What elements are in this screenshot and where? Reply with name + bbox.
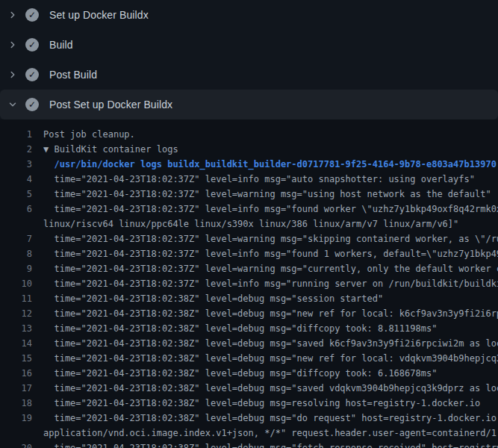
line-number[interactable] <box>0 217 32 231</box>
line-number[interactable]: 13 <box>0 321 32 336</box>
line-text: time="2021-04-23T18:02:37Z" level=warnin… <box>43 261 498 276</box>
log-line: 1 Post job cleanup. <box>0 127 498 142</box>
line-text: /usr/bin/docker logs buildx_buildkit_bui… <box>43 157 498 172</box>
line-number[interactable]: 14 <box>0 336 32 351</box>
line-number[interactable]: 6 <box>0 202 32 217</box>
step-row-4[interactable]: ✓ Post Set up Docker Buildx <box>0 90 498 119</box>
step-label: Build <box>49 39 73 51</box>
check-circle-icon: ✓ <box>25 68 39 81</box>
step-row-3[interactable]: ✓ Post Build <box>0 60 498 90</box>
log-line: 20 time="2021-04-23T18:02:38Z" level=deb… <box>0 441 498 448</box>
log-line: 9 time="2021-04-23T18:02:37Z" level=warn… <box>0 261 498 276</box>
log-line: 8 time="2021-04-23T18:02:37Z" level=info… <box>0 246 498 261</box>
line-number[interactable]: 20 <box>0 441 32 448</box>
line-text: time="2021-04-23T18:02:37Z" level=info m… <box>43 202 498 217</box>
line-text: time="2021-04-23T18:02:37Z" level=info m… <box>43 172 498 187</box>
check-circle-icon: ✓ <box>25 8 39 22</box>
line-text: time="2021-04-23T18:02:38Z" level=debug … <box>43 351 498 366</box>
check-circle-icon: ✓ <box>25 38 39 52</box>
log-line: application/vnd.oci.image.index.v1+json,… <box>0 426 498 441</box>
line-text: time="2021-04-23T18:02:37Z" level=info m… <box>43 276 498 291</box>
chevron-right-icon[interactable] <box>7 40 18 50</box>
line-text: time="2021-04-23T18:02:37Z" level=info m… <box>43 246 498 261</box>
line-text: time="2021-04-23T18:02:37Z" level=warnin… <box>43 231 498 246</box>
log-line: 13 time="2021-04-23T18:02:38Z" level=deb… <box>0 321 498 336</box>
log-line: 17 time="2021-04-23T18:02:38Z" level=deb… <box>0 381 498 396</box>
workflow-log-viewer: ✓ Set up Docker Buildx ✓ Build ✓ Post Bu… <box>0 0 498 448</box>
log-line: 3 /usr/bin/docker logs buildx_buildkit_b… <box>0 157 498 172</box>
line-number[interactable]: 18 <box>0 396 32 411</box>
line-text: time="2021-04-23T18:02:38Z" level=debug … <box>43 306 498 321</box>
step-row-2[interactable]: ✓ Build <box>0 30 498 60</box>
step-label: Set up Docker Buildx <box>49 9 149 21</box>
line-text: time="2021-04-23T18:02:38Z" level=debug … <box>43 321 498 336</box>
log-line: linux/riscv64 linux/ppc64le linux/s390x … <box>0 217 498 231</box>
chevron-right-icon[interactable] <box>7 69 18 80</box>
log-line: 4 time="2021-04-23T18:02:37Z" level=info… <box>0 172 498 187</box>
chevron-right-icon[interactable] <box>7 10 18 20</box>
log-line: 6 time="2021-04-23T18:02:37Z" level=info… <box>0 202 498 217</box>
line-text: application/vnd.oci.image.index.v1+json,… <box>43 426 498 441</box>
line-number[interactable]: 16 <box>0 366 32 381</box>
log-panel: 1 Post job cleanup. 2 ▼ BuildKit contain… <box>0 119 498 448</box>
line-number[interactable]: 4 <box>0 172 32 187</box>
line-text: time="2021-04-23T18:02:38Z" level=debug … <box>43 291 498 306</box>
line-number[interactable]: 3 <box>0 157 32 172</box>
step-label: Post Set up Docker Buildx <box>49 99 172 111</box>
chevron-down-icon[interactable] <box>7 99 18 110</box>
line-number[interactable]: 12 <box>0 306 32 321</box>
line-text: time="2021-04-23T18:02:38Z" level=debug … <box>43 381 498 396</box>
line-number[interactable]: 7 <box>0 231 32 246</box>
line-number[interactable] <box>0 426 32 441</box>
line-number[interactable]: 17 <box>0 381 32 396</box>
line-text: ▼ BuildKit container logs <box>43 142 498 157</box>
log-line: 7 time="2021-04-23T18:02:37Z" level=warn… <box>0 231 498 246</box>
line-number[interactable]: 9 <box>0 261 32 276</box>
line-text: time="2021-04-23T18:02:38Z" level=debug … <box>43 441 498 448</box>
line-text: time="2021-04-23T18:02:37Z" level=warnin… <box>43 187 498 202</box>
log-line: 14 time="2021-04-23T18:02:38Z" level=deb… <box>0 336 498 351</box>
line-number[interactable]: 19 <box>0 411 32 426</box>
line-number[interactable]: 8 <box>0 246 32 261</box>
line-text: Post job cleanup. <box>43 127 498 142</box>
log-line: 5 time="2021-04-23T18:02:37Z" level=warn… <box>0 187 498 202</box>
line-number[interactable]: 2 <box>0 142 32 157</box>
line-text: linux/riscv64 linux/ppc64le linux/s390x … <box>43 217 498 231</box>
line-text: time="2021-04-23T18:02:38Z" level=debug … <box>43 411 498 426</box>
step-row-1[interactable]: ✓ Set up Docker Buildx <box>0 0 498 30</box>
check-circle-icon: ✓ <box>25 98 39 111</box>
line-number[interactable]: 15 <box>0 351 32 366</box>
line-text: time="2021-04-23T18:02:38Z" level=debug … <box>43 336 498 351</box>
line-text: time="2021-04-23T18:02:38Z" level=debug … <box>43 366 498 381</box>
log-line: 19 time="2021-04-23T18:02:38Z" level=deb… <box>0 411 498 426</box>
steps-list: ✓ Set up Docker Buildx ✓ Build ✓ Post Bu… <box>0 0 498 119</box>
log-line: 2 ▼ BuildKit container logs <box>0 142 498 157</box>
log-line: 10 time="2021-04-23T18:02:37Z" level=inf… <box>0 276 498 291</box>
log-line: 11 time="2021-04-23T18:02:38Z" level=deb… <box>0 291 498 306</box>
line-number[interactable]: 10 <box>0 276 32 291</box>
step-label: Post Build <box>49 69 97 81</box>
line-number[interactable]: 5 <box>0 187 32 202</box>
line-text: time="2021-04-23T18:02:38Z" level=debug … <box>43 396 498 411</box>
log-line: 16 time="2021-04-23T18:02:38Z" level=deb… <box>0 366 498 381</box>
line-number[interactable]: 11 <box>0 291 32 306</box>
log-line: 18 time="2021-04-23T18:02:38Z" level=deb… <box>0 396 498 411</box>
log-line: 12 time="2021-04-23T18:02:38Z" level=deb… <box>0 306 498 321</box>
line-number[interactable]: 1 <box>0 127 32 142</box>
log-line: 15 time="2021-04-23T18:02:38Z" level=deb… <box>0 351 498 366</box>
